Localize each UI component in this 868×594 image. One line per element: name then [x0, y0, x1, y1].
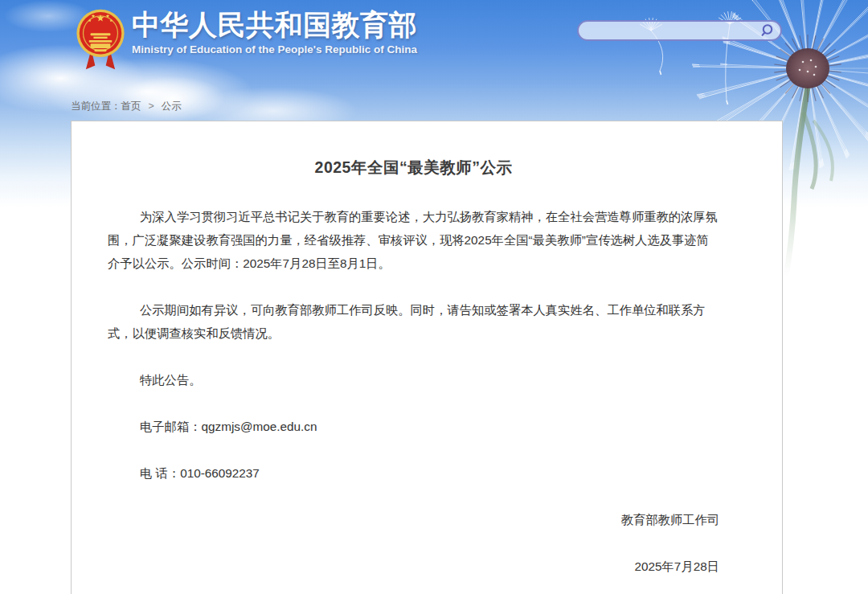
search-icon [760, 23, 775, 38]
article-signature: 教育部教师工作司 [108, 508, 719, 531]
breadcrumb: 当前位置：首页>公示 [71, 100, 182, 113]
breadcrumb-home-link[interactable]: 首页 [121, 100, 141, 112]
article-paragraph: 公示期间如有异议，可向教育部教师工作司反映。同时，请告知或签署本人真实姓名、工作… [108, 298, 719, 345]
article-date: 2025年7月28日 [108, 555, 719, 578]
site-title: 中华人民共和国教育部 [132, 10, 417, 39]
breadcrumb-current-link[interactable]: 公示 [162, 100, 182, 112]
article-title: 2025年全国“最美教师”公示 [108, 157, 719, 178]
breadcrumb-separator: > [149, 100, 154, 112]
article-email-line: 电子邮箱：qgzmjs@moe.edu.cn [108, 415, 719, 438]
article-closing-line: 特此公告。 [108, 368, 719, 391]
article-phone-line: 电 话：010-66092237 [108, 461, 719, 485]
site-subtitle: Ministry of Education of the People's Re… [132, 43, 417, 55]
search-bar [577, 20, 782, 41]
article-paragraph: 为深入学习贯彻习近平总书记关于教育的重要论述，大力弘扬教育家精神，在全社会营造尊… [108, 205, 719, 275]
site-logo[interactable]: 中华人民共和国教育部 Ministry of Education of the … [74, 5, 417, 72]
national-emblem-icon [74, 5, 127, 72]
search-button[interactable] [760, 23, 780, 38]
page: 中华人民共和国教育部 Ministry of Education of the … [0, 0, 868, 594]
announcement-panel: 2025年全国“最美教师”公示 为深入学习贯彻习近平总书记关于教育的重要论述，大… [71, 121, 783, 594]
breadcrumb-label: 当前位置： [71, 100, 121, 112]
search-input[interactable] [579, 25, 760, 37]
